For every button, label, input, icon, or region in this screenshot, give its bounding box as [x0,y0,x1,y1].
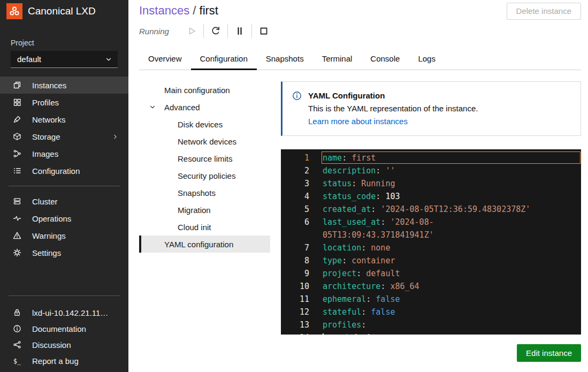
sidebar-item-profiles[interactable]: Profiles [0,94,128,111]
project-label: Project [11,39,118,47]
code-line-9[interactable]: 9project: default [281,267,581,280]
tab-console[interactable]: Console [361,49,409,70]
code-content: profiles: [309,318,581,331]
tab-logs[interactable]: Logs [409,49,445,70]
sidebar-secondary-nav: ClusterOperationsWarningsSettings [0,193,128,261]
sidebar-item-label: Report a bug [32,356,119,366]
config-nav-network-devices[interactable]: Network devices [139,133,270,150]
sidebar-item-discussion[interactable]: Discussion [0,337,128,353]
tab-overview[interactable]: Overview [139,49,191,70]
lock-icon [13,308,21,317]
sidebar-divider-bottom [9,295,120,296]
tab-terminal[interactable]: Terminal [313,49,362,70]
sidebar-item-label: Images [32,149,119,158]
delete-instance-button[interactable]: Delete instance [507,3,581,20]
yaml-code-editor[interactable]: 1name: first2description: ''3status: Run… [281,149,581,335]
sidebar-item-label: Warnings [32,231,119,240]
tab-configuration[interactable]: Configuration [191,49,257,70]
page-title: first [200,4,218,17]
config-nav-cloud-init[interactable]: Cloud init [139,218,270,236]
sidebar-item-label: Cluster [32,197,119,206]
token-colon: : [361,307,371,317]
line-number: 2 [281,164,309,177]
code-line-3[interactable]: 3status: Running [281,177,581,190]
code-line-10[interactable]: 10architecture: x86_64 [281,280,581,293]
sidebar-item-cluster[interactable]: Cluster [0,193,128,210]
line-number: 3 [281,177,309,190]
code-content: description: '' [309,164,581,177]
app-logo[interactable]: Canonical LXD [0,0,128,22]
sidebar-item-label: Storage [32,132,101,141]
code-line-7[interactable]: 7location: none [281,241,581,254]
sidebar-item-images[interactable]: Images [0,145,128,162]
config-nav-yaml-configuration[interactable]: YAML configuration [139,236,270,253]
code-line-4[interactable]: 4status_code: 103 [281,190,581,203]
code-line-5[interactable]: 5created_at: '2024-08-05T12:36:59.483023… [281,203,581,216]
sidebar-item-warnings[interactable]: Warnings [0,227,128,244]
token-key: profiles [323,320,361,330]
sidebar-item-networks[interactable]: Networks [0,111,128,128]
code-line-2[interactable]: 2description: '' [281,164,581,177]
restart-button[interactable] [210,26,221,36]
line-number: 13 [281,318,309,331]
code-line-14[interactable]: 14 - default [281,331,581,335]
config-nav-disk-devices[interactable]: Disk devices [139,116,270,133]
line-number: 8 [281,254,309,267]
sidebar-item-operations[interactable]: Operations [0,210,128,227]
edit-instance-button[interactable]: Edit instance [517,344,581,362]
config-nav-label: Main configuration [164,86,230,95]
images-icon [13,149,21,158]
sidebar-item-lxd-ui-10-142-21-11[interactable]: lxd-ui-10.142.21.11… [0,305,128,321]
sidebar-item-documentation[interactable]: Documentation [0,321,128,337]
line-number [281,229,309,241]
start-button[interactable] [186,26,197,36]
line-number: 7 [281,241,309,254]
chevron-right-icon [112,133,119,140]
token-colon: : [356,269,366,278]
line-number: 14 [281,331,309,335]
config-nav-security-policies[interactable]: Security policies [139,167,270,184]
code-content: name: first [309,151,581,164]
yaml-panel: YAML Configuration This is the YAML repr… [281,81,581,372]
separator [203,24,204,38]
sidebar-item-instances[interactable]: Instances [0,77,128,94]
lxd-logo-icon [6,3,22,19]
sidebar-item-settings[interactable]: Settings [0,244,128,261]
code-line-8[interactable]: 8type: container [281,254,581,267]
instance-tabs: OverviewConfigurationSnapshotsTerminalCo… [139,49,581,70]
config-nav-migration[interactable]: Migration [139,201,270,218]
config-nav-snapshots[interactable]: Snapshots [139,184,270,201]
token-colon: : [366,294,376,304]
config-nav-label: Disk devices [178,120,223,129]
breadcrumb-instances-link[interactable]: Instances [139,4,189,17]
project-selected-value: default [17,55,41,64]
learn-more-link[interactable]: Learn more about instances [308,117,408,126]
config-nav-main-configuration[interactable]: Main configuration [139,81,270,98]
code-line-12[interactable]: 12stateful: false [281,306,581,318]
token-key: architecture [323,282,380,291]
sidebar-divider [9,186,120,186]
token-key: last_used_at [323,217,380,227]
line-number: 6 [281,216,309,229]
code-line-1[interactable]: 1name: first [281,151,581,164]
stop-button[interactable] [258,26,269,36]
breadcrumb-separator: / [189,4,199,17]
token-str: x86_64 [390,282,419,291]
code-line-13[interactable]: 13profiles: [281,318,581,331]
sidebar: Canonical LXD Project default InstancesP… [0,0,128,372]
code-line-wrap[interactable]: 05T13:09:43.371841941Z' [281,229,581,241]
tab-snapshots[interactable]: Snapshots [257,49,313,70]
pause-button[interactable] [234,26,245,36]
project-select[interactable]: default [11,51,118,68]
token-colon: : [376,192,385,201]
token-key: stateful [323,307,361,317]
separator [227,24,228,38]
code-line-11[interactable]: 11ephemeral: false [281,293,581,306]
config-nav-resource-limits[interactable]: Resource limits [139,150,270,167]
config-nav-advanced[interactable]: Advanced [139,98,270,116]
sidebar-item-report-a-bug[interactable]: $_Report a bug [0,353,128,369]
code-line-6[interactable]: 6last_used_at: '2024-08- [281,216,581,229]
sidebar-item-configuration[interactable]: Configuration [0,162,128,179]
sidebar-item-storage[interactable]: Storage [0,128,128,145]
token-key: name [323,153,342,163]
